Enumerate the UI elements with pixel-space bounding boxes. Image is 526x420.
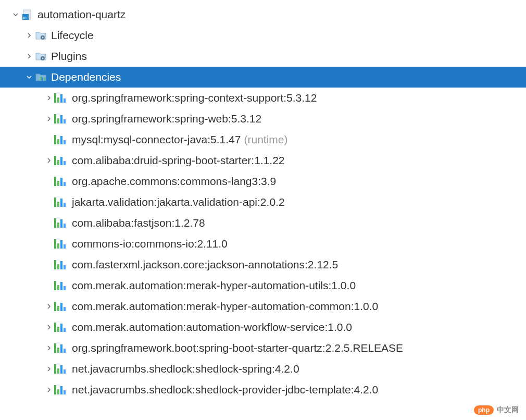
tree-row-dependency[interactable]: org.springframework:spring-context-suppo… xyxy=(0,88,526,108)
library-icon xyxy=(54,114,68,123)
chevron-down-icon[interactable] xyxy=(24,74,34,80)
chevron-right-icon[interactable] xyxy=(44,303,54,310)
dependency-label: commons-io:commons-io:2.11.0 xyxy=(72,238,228,250)
plugins-label: Plugins xyxy=(51,50,87,63)
svg-rect-8 xyxy=(42,78,43,80)
tree-row-project[interactable]: m automation-quartz xyxy=(0,4,526,25)
tree-row-dependency[interactable]: commons-io:commons-io:2.11.0 xyxy=(0,233,526,254)
dependency-label: com.merak.automation:merak-hyper-automat… xyxy=(72,279,356,292)
dependency-label: jakarta.validation:jakarta.validation-ap… xyxy=(72,196,285,208)
tree-row-lifecycle[interactable]: Lifecycle xyxy=(0,25,526,46)
tree-row-dependency[interactable]: org.springframework:spring-web:5.3.12 xyxy=(0,108,526,129)
library-icon xyxy=(54,385,68,394)
tree-row-dependency[interactable]: com.merak.automation:merak-hyper-automat… xyxy=(0,275,526,296)
svg-text:m: m xyxy=(23,15,27,20)
svg-rect-7 xyxy=(41,77,42,80)
library-icon xyxy=(54,93,68,103)
library-icon xyxy=(54,281,68,290)
folder-gear-icon xyxy=(34,30,48,41)
library-icon xyxy=(54,197,68,207)
dependency-label: org.apache.commons:commons-lang3:3.9 xyxy=(72,175,276,188)
dependency-scope-hint: (runtime) xyxy=(244,133,287,146)
tree-row-dependency[interactable]: com.merak.automation:automation-workflow… xyxy=(0,317,526,338)
chevron-down-icon[interactable] xyxy=(10,11,21,18)
tree-row-dependency[interactable]: org.springframework.boot:spring-boot-sta… xyxy=(0,338,526,359)
project-label: automation-quartz xyxy=(37,8,126,21)
svg-point-6 xyxy=(42,58,44,59)
library-icon xyxy=(54,323,68,332)
tree-row-dependency[interactable]: com.fasterxml.jackson.core:jackson-annot… xyxy=(0,254,526,275)
tree-row-dependency[interactable]: com.alibaba:fastjson:1.2.78 xyxy=(0,213,526,233)
tree-row-dependency[interactable]: jakarta.validation:jakarta.validation-ap… xyxy=(0,192,526,213)
svg-point-4 xyxy=(42,37,44,39)
svg-rect-9 xyxy=(44,77,45,80)
library-icon xyxy=(54,260,68,269)
library-icon xyxy=(54,177,68,186)
dependency-label: com.alibaba:fastjson:1.2.78 xyxy=(72,217,205,229)
dependency-label: com.fasterxml.jackson.core:jackson-annot… xyxy=(72,258,338,271)
maven-module-icon: m xyxy=(21,9,34,20)
lifecycle-label: Lifecycle xyxy=(51,29,94,42)
chevron-right-icon[interactable] xyxy=(24,53,34,59)
dependency-label: net.javacrumbs.shedlock:shedlock-spring:… xyxy=(72,363,299,375)
dependency-label: org.springframework.boot:spring-boot-sta… xyxy=(72,342,403,354)
library-icon xyxy=(54,156,68,165)
library-icon xyxy=(54,239,68,249)
watermark-text: 中文网 xyxy=(497,405,519,415)
chevron-right-icon[interactable] xyxy=(44,387,54,393)
library-icon xyxy=(54,218,68,228)
dependency-label: com.merak.automation:merak-hyper-automat… xyxy=(72,300,378,313)
watermark-badge: php xyxy=(474,405,494,415)
dependencies-label: Dependencies xyxy=(51,71,121,83)
library-icon xyxy=(54,135,68,144)
chevron-right-icon[interactable] xyxy=(44,366,54,372)
watermark: php 中文网 xyxy=(474,405,519,415)
dependency-label: mysql:mysql-connector-java:5.1.47 xyxy=(72,133,241,146)
tree-row-plugins[interactable]: Plugins xyxy=(0,46,526,67)
dependency-label: com.alibaba:druid-spring-boot-starter:1.… xyxy=(72,154,285,167)
chevron-right-icon[interactable] xyxy=(24,32,34,39)
folder-gear-icon xyxy=(34,51,48,62)
library-icon xyxy=(54,343,68,353)
chevron-right-icon[interactable] xyxy=(44,324,54,330)
dependency-label: net.javacrumbs.shedlock:shedlock-provide… xyxy=(72,384,378,396)
tree-row-dependency[interactable]: net.javacrumbs.shedlock:shedlock-spring:… xyxy=(0,359,526,379)
tree-row-dependency[interactable]: com.merak.automation:merak-hyper-automat… xyxy=(0,296,526,317)
folder-library-icon xyxy=(34,71,48,83)
tree-row-dependency[interactable]: net.javacrumbs.shedlock:shedlock-provide… xyxy=(0,379,526,400)
tree-row-dependency[interactable]: com.alibaba:druid-spring-boot-starter:1.… xyxy=(0,150,526,171)
chevron-right-icon[interactable] xyxy=(44,116,54,122)
dependency-label: com.merak.automation:automation-workflow… xyxy=(72,321,352,333)
library-icon xyxy=(54,364,68,374)
dependency-label: org.springframework:spring-context-suppo… xyxy=(72,92,317,104)
tree-row-dependency[interactable]: mysql:mysql-connector-java:5.1.47(runtim… xyxy=(0,129,526,150)
chevron-right-icon[interactable] xyxy=(44,157,54,164)
chevron-right-icon[interactable] xyxy=(44,95,54,101)
dependency-label: org.springframework:spring-web:5.3.12 xyxy=(72,113,261,125)
dependencies-children: org.springframework:spring-context-suppo… xyxy=(0,88,526,400)
library-icon xyxy=(54,302,68,311)
tree-row-dependency[interactable]: org.apache.commons:commons-lang3:3.9 xyxy=(0,171,526,192)
maven-tree: m automation-quartz Lifecycle xyxy=(0,0,526,400)
tree-row-dependencies[interactable]: Dependencies xyxy=(0,67,526,88)
chevron-right-icon[interactable] xyxy=(44,345,54,351)
